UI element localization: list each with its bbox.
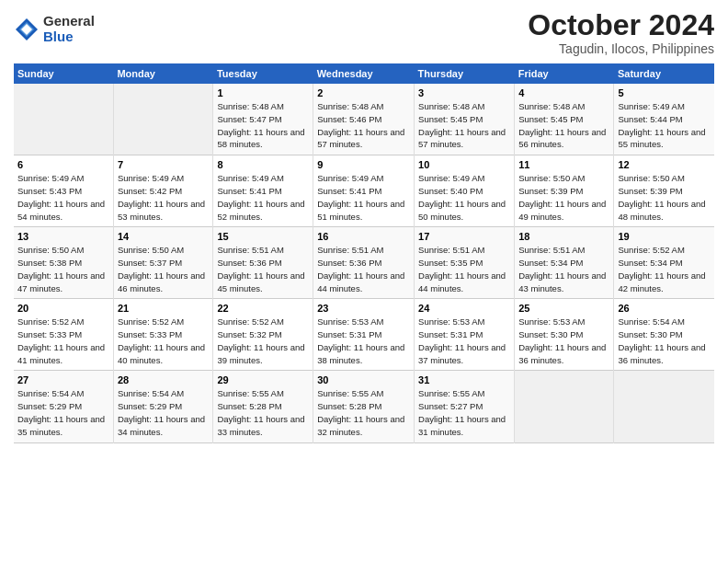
calendar-header-row: SundayMondayTuesdayWednesdayThursdayFrid… [14,63,714,84]
cell-w1-d3: 9Sunrise: 5:49 AM Sunset: 5:41 PM Daylig… [313,155,415,227]
cell-w0-d3: 2Sunrise: 5:48 AM Sunset: 5:46 PM Daylig… [313,84,415,155]
day-info: Sunrise: 5:54 AM Sunset: 5:29 PM Dayligh… [17,388,105,436]
col-header-monday: Monday [113,63,213,84]
day-number: 16 [317,231,410,242]
cell-w3-d4: 24Sunrise: 5:53 AM Sunset: 5:31 PM Dayli… [415,299,515,371]
cell-w2-d4: 17Sunrise: 5:51 AM Sunset: 5:35 PM Dayli… [415,227,515,299]
cell-w2-d0: 13Sunrise: 5:50 AM Sunset: 5:38 PM Dayli… [14,227,113,299]
day-info: Sunrise: 5:50 AM Sunset: 5:39 PM Dayligh… [518,173,606,221]
day-info: Sunrise: 5:50 AM Sunset: 5:37 PM Dayligh… [118,245,205,293]
cell-w4-d3: 30Sunrise: 5:55 AM Sunset: 5:28 PM Dayli… [313,371,415,442]
day-info: Sunrise: 5:54 AM Sunset: 5:29 PM Dayligh… [118,388,205,436]
day-number: 23 [317,303,410,314]
cell-w4-d0: 27Sunrise: 5:54 AM Sunset: 5:29 PM Dayli… [14,371,113,442]
day-info: Sunrise: 5:52 AM Sunset: 5:33 PM Dayligh… [118,316,205,364]
cell-w1-d6: 12Sunrise: 5:50 AM Sunset: 5:39 PM Dayli… [614,155,714,227]
cell-w3-d5: 25Sunrise: 5:53 AM Sunset: 5:30 PM Dayli… [515,299,614,371]
cell-w2-d1: 14Sunrise: 5:50 AM Sunset: 5:37 PM Dayli… [113,227,213,299]
day-info: Sunrise: 5:50 AM Sunset: 5:39 PM Dayligh… [618,173,705,221]
day-info: Sunrise: 5:52 AM Sunset: 5:34 PM Dayligh… [618,245,705,293]
week-row-4: 20Sunrise: 5:52 AM Sunset: 5:33 PM Dayli… [14,299,714,371]
cell-w4-d1: 28Sunrise: 5:54 AM Sunset: 5:29 PM Dayli… [113,371,213,442]
day-number: 22 [217,303,309,314]
day-number: 6 [17,159,109,170]
day-number: 7 [118,159,210,170]
cell-w2-d3: 16Sunrise: 5:51 AM Sunset: 5:36 PM Dayli… [313,227,415,299]
day-info: Sunrise: 5:48 AM Sunset: 5:45 PM Dayligh… [418,101,506,149]
logo-general: General [43,14,95,29]
day-info: Sunrise: 5:48 AM Sunset: 5:46 PM Dayligh… [317,101,404,149]
logo: General Blue [14,14,95,44]
day-info: Sunrise: 5:53 AM Sunset: 5:31 PM Dayligh… [317,316,404,364]
col-header-wednesday: Wednesday [313,63,415,84]
day-number: 20 [17,303,109,314]
day-number: 25 [518,303,609,314]
day-number: 10 [418,159,510,170]
day-number: 4 [518,87,609,98]
cell-w2-d5: 18Sunrise: 5:51 AM Sunset: 5:34 PM Dayli… [515,227,614,299]
logo-text: General Blue [43,14,95,44]
day-info: Sunrise: 5:50 AM Sunset: 5:38 PM Dayligh… [17,245,105,293]
day-number: 15 [217,231,309,242]
cell-w1-d0: 6Sunrise: 5:49 AM Sunset: 5:43 PM Daylig… [14,155,113,227]
location-title: Tagudin, Ilocos, Philippines [528,41,714,56]
cell-w1-d2: 8Sunrise: 5:49 AM Sunset: 5:41 PM Daylig… [213,155,313,227]
cell-w1-d1: 7Sunrise: 5:49 AM Sunset: 5:42 PM Daylig… [113,155,213,227]
cell-w3-d0: 20Sunrise: 5:52 AM Sunset: 5:33 PM Dayli… [14,299,113,371]
cell-w3-d2: 22Sunrise: 5:52 AM Sunset: 5:32 PM Dayli… [213,299,313,371]
cell-w3-d1: 21Sunrise: 5:52 AM Sunset: 5:33 PM Dayli… [113,299,213,371]
day-number: 17 [418,231,510,242]
cell-w0-d6: 5Sunrise: 5:49 AM Sunset: 5:44 PM Daylig… [614,84,714,155]
day-info: Sunrise: 5:54 AM Sunset: 5:30 PM Dayligh… [618,316,705,364]
cell-w2-d6: 19Sunrise: 5:52 AM Sunset: 5:34 PM Dayli… [614,227,714,299]
title-block: October 2024 Tagudin, Ilocos, Philippine… [528,9,714,56]
day-number: 3 [418,87,510,98]
week-row-5: 27Sunrise: 5:54 AM Sunset: 5:29 PM Dayli… [14,371,714,442]
day-number: 13 [17,231,109,242]
day-info: Sunrise: 5:49 AM Sunset: 5:43 PM Dayligh… [17,173,105,221]
col-header-saturday: Saturday [614,63,714,84]
cell-w0-d4: 3Sunrise: 5:48 AM Sunset: 5:45 PM Daylig… [415,84,515,155]
day-info: Sunrise: 5:51 AM Sunset: 5:35 PM Dayligh… [418,245,506,293]
day-info: Sunrise: 5:49 AM Sunset: 5:44 PM Dayligh… [618,101,705,149]
day-number: 26 [618,303,711,314]
week-row-2: 6Sunrise: 5:49 AM Sunset: 5:43 PM Daylig… [14,155,714,227]
cell-w0-d5: 4Sunrise: 5:48 AM Sunset: 5:45 PM Daylig… [515,84,614,155]
col-header-thursday: Thursday [415,63,515,84]
day-number: 19 [618,231,711,242]
day-number: 18 [518,231,609,242]
cell-w0-d0 [14,84,113,155]
day-info: Sunrise: 5:51 AM Sunset: 5:34 PM Dayligh… [518,245,606,293]
cell-w1-d4: 10Sunrise: 5:49 AM Sunset: 5:40 PM Dayli… [415,155,515,227]
day-info: Sunrise: 5:51 AM Sunset: 5:36 PM Dayligh… [317,245,404,293]
day-number: 11 [518,159,609,170]
day-info: Sunrise: 5:52 AM Sunset: 5:32 PM Dayligh… [217,316,304,364]
day-info: Sunrise: 5:52 AM Sunset: 5:33 PM Dayligh… [17,316,105,364]
day-info: Sunrise: 5:49 AM Sunset: 5:40 PM Dayligh… [418,173,506,221]
day-info: Sunrise: 5:49 AM Sunset: 5:41 PM Dayligh… [317,173,404,221]
day-info: Sunrise: 5:53 AM Sunset: 5:30 PM Dayligh… [518,316,606,364]
cell-w3-d3: 23Sunrise: 5:53 AM Sunset: 5:31 PM Dayli… [313,299,415,371]
logo-blue: Blue [43,29,95,45]
day-info: Sunrise: 5:49 AM Sunset: 5:42 PM Dayligh… [118,173,205,221]
page-header: General Blue October 2024 Tagudin, Iloco… [14,9,714,56]
day-number: 1 [217,87,309,98]
calendar-table: SundayMondayTuesdayWednesdayThursdayFrid… [14,63,714,442]
day-info: Sunrise: 5:48 AM Sunset: 5:47 PM Dayligh… [217,101,304,149]
col-header-friday: Friday [515,63,614,84]
col-header-tuesday: Tuesday [213,63,313,84]
col-header-sunday: Sunday [14,63,113,84]
cell-w4-d5 [515,371,614,442]
day-info: Sunrise: 5:48 AM Sunset: 5:45 PM Dayligh… [518,101,606,149]
day-info: Sunrise: 5:55 AM Sunset: 5:28 PM Dayligh… [317,388,404,436]
day-number: 30 [317,374,410,385]
cell-w4-d4: 31Sunrise: 5:55 AM Sunset: 5:27 PM Dayli… [415,371,515,442]
day-number: 29 [217,374,309,385]
day-number: 5 [618,87,711,98]
day-info: Sunrise: 5:55 AM Sunset: 5:27 PM Dayligh… [418,388,506,436]
day-info: Sunrise: 5:55 AM Sunset: 5:28 PM Dayligh… [217,388,304,436]
day-number: 31 [418,374,510,385]
cell-w4-d2: 29Sunrise: 5:55 AM Sunset: 5:28 PM Dayli… [213,371,313,442]
day-number: 24 [418,303,510,314]
day-number: 28 [118,374,210,385]
